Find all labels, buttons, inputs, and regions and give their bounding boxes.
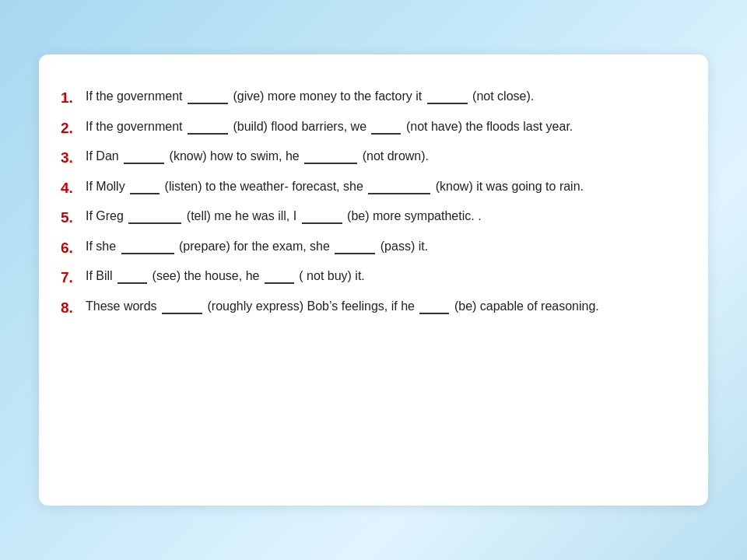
fill-blank [117,282,147,284]
fill-blank [188,133,228,135]
list-item: 3.If Dan (know) how to swim, he (not dro… [61,147,680,170]
item-text: These words (roughly express) Bob’s feel… [86,297,680,316]
item-number: 6. [61,237,86,260]
exercise-card: 1.If the government (give) more money to… [39,54,708,506]
fill-blank [302,222,342,224]
list-item: 1.If the government (give) more money to… [61,87,680,110]
item-number: 3. [61,147,86,170]
fill-blank [188,103,228,104]
fill-blank [124,163,164,164]
fill-blank [335,253,375,254]
exercise-list: 1.If the government (give) more money to… [61,87,680,319]
list-item: 6.If she (prepare) for the exam, she (pa… [61,237,680,260]
item-text: If the government (give) more money to t… [86,87,680,106]
item-text: If Dan (know) how to swim, he (not drown… [86,147,680,166]
fill-blank [427,103,468,104]
item-number: 8. [61,297,86,320]
item-number: 4. [61,177,86,200]
item-number: 7. [61,267,86,289]
item-text: If she (prepare) for the exam, she (pass… [86,237,680,256]
item-text: If Molly (listen) to the weather- foreca… [86,177,680,196]
fill-blank [121,253,174,254]
fill-blank [371,133,401,135]
fill-blank [419,313,449,314]
item-number: 5. [61,207,86,229]
item-text: If Greg (tell) me he was ill, I (be) mor… [86,207,680,226]
fill-blank [130,193,160,194]
item-number: 1. [61,87,86,110]
fill-blank [128,222,181,224]
item-text: If the government (build) flood barriers… [86,117,680,136]
fill-blank [162,313,202,314]
item-number: 2. [61,117,86,140]
fill-blank [368,193,430,194]
fill-blank [265,282,294,284]
list-item: 7.If Bill (see) the house, he ( not buy)… [61,267,680,289]
list-item: 4.If Molly (listen) to the weather- fore… [61,177,680,200]
fill-blank [304,163,357,164]
list-item: 2. If the government (build) flood barri… [61,117,680,140]
list-item: 8. These words (roughly express) Bob’s f… [61,297,680,320]
item-text: If Bill (see) the house, he ( not buy) i… [86,267,680,285]
list-item: 5.If Greg (tell) me he was ill, I (be) m… [61,207,680,229]
